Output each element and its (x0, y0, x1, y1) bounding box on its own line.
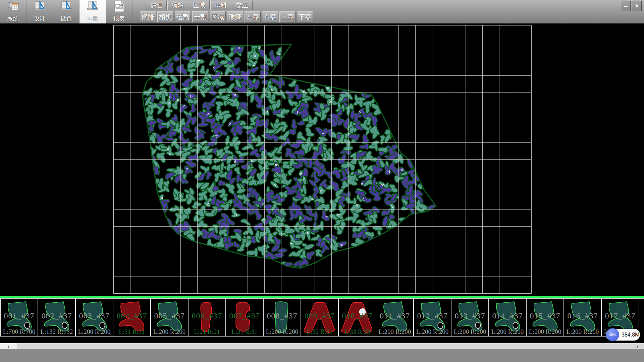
piece-count-label: L:200 R:200 (414, 328, 451, 336)
tab-settings-label: 设置 (60, 15, 72, 22)
tool-snap-left[interactable]: 左靠 (245, 11, 261, 22)
design-icon (33, 0, 46, 15)
piece-count-label: L:200 R:200 (527, 328, 564, 336)
piece-id-label: 002_#37 (38, 311, 75, 320)
piece-count-label: L:31 R:31 (226, 328, 263, 336)
piece-id-label: 013_#37 (451, 311, 488, 320)
window-controls: ─ ✕ (621, 1, 642, 11)
scroll-left-icon: ‹ (8, 344, 9, 349)
scroll-right-button[interactable]: › (631, 343, 644, 349)
piece-id-label: 016_#37 (564, 311, 601, 320)
thumbnail-cell[interactable]: 001_#37L:700 R:700 (0, 299, 38, 337)
piece-id-label: 006_#37 (189, 311, 225, 320)
thumbnail-cell[interactable]: 015_#37L:200 R:200 (527, 299, 564, 337)
piece-count-label: L:700 R:700 (1, 328, 38, 336)
thumbnail-cell[interactable]: 009_#37L:32 R:31 (301, 299, 339, 337)
menu-tab-bar: 属性 编辑 区域 排料 交互 (146, 1, 253, 10)
thumbnail-cell[interactable]: 004_#37L:31 R:31 (113, 299, 151, 337)
piece-id-label: 005_#37 (151, 311, 188, 320)
piece-count-label: L:200 R:200 (376, 328, 413, 336)
tab-report-label: 报表 (113, 15, 125, 22)
thumbnail-cell[interactable]: 006_#37L:21 R:21 (189, 299, 226, 337)
tab-system-label: 系统 (7, 15, 19, 22)
memory-usage-badge[interactable]: 38% 384.8M (606, 329, 640, 341)
layout-icon (86, 0, 99, 15)
piece-count-label: L:32 R:31 (301, 328, 338, 336)
piece-count-label: L:33 R:33 (339, 328, 376, 336)
main-tab-bar: 系统 设计 (0, 0, 132, 23)
tab-report[interactable]: 报表 (106, 0, 132, 23)
scroll-left-button[interactable]: ‹ (0, 343, 17, 349)
tool-select-cut[interactable]: 选割 (175, 11, 191, 22)
piece-panel: 001_#37L:700 R:700002_#37L:132 R:132003_… (0, 296, 644, 338)
piece-id-label: 007_#37 (226, 311, 263, 320)
menu-interact[interactable]: 交互 (232, 1, 253, 10)
toolbar: 系统 设计 (0, 0, 644, 24)
tab-layout-label: 排版 (87, 15, 98, 22)
piece-thumbnail-strip: 001_#37L:700 R:700002_#37L:132 R:132003_… (0, 298, 644, 338)
thumbnail-cell[interactable]: 014_#37L:200 R:200 (489, 299, 527, 337)
tab-settings[interactable]: 设置 (53, 0, 79, 23)
minimize-button[interactable]: ─ (621, 1, 631, 11)
tab-layout[interactable]: 排版 (79, 0, 106, 23)
thumbnail-cell[interactable]: 011_#37L:200 R:200 (376, 299, 414, 337)
thumbnail-cell[interactable]: 002_#37L:132 R:132 (38, 299, 76, 337)
piece-count-label: L:200 R:200 (151, 328, 188, 336)
piece-count-label: L:21 R:21 (189, 328, 225, 336)
scroll-right-icon: › (637, 344, 638, 349)
thumbnail-cell[interactable]: 007_#37L:31 R:31 (226, 299, 264, 337)
piece-count-label: L:200 R:200 (451, 328, 488, 336)
tool-defect[interactable]: 瑕疵 (227, 11, 243, 22)
report-icon (112, 0, 126, 15)
tab-design[interactable]: 设计 (26, 0, 53, 23)
system-icon (6, 0, 20, 15)
menu-properties[interactable]: 属性 (146, 1, 167, 10)
tool-snap-right[interactable]: 右靠 (262, 11, 278, 22)
settings-icon (59, 0, 73, 15)
piece-count-label: L:200 R:200 (76, 328, 113, 336)
thumbnail-cell[interactable]: 003_#37L:200 R:200 (76, 299, 113, 337)
tool-region[interactable]: 区域 (210, 11, 226, 22)
piece-id-label: 014_#37 (489, 311, 526, 320)
status-bar (0, 349, 644, 362)
piece-id-label: 010_#37 (339, 311, 376, 320)
piece-count-label: L:200 R:200 (489, 328, 526, 336)
piece-id-label: 009_#37 (301, 311, 338, 320)
piece-count-label: L:132 R:132 (38, 328, 75, 336)
thumbnail-cell[interactable]: 005_#37L:200 R:200 (151, 299, 189, 337)
piece-id-label: 001_#37 (1, 311, 38, 320)
minimize-icon: ─ (624, 3, 628, 9)
close-icon: ✕ (635, 3, 639, 9)
memory-percent-label: 38% (609, 333, 616, 337)
menu-region[interactable]: 区域 (189, 1, 210, 10)
tool-snap-top[interactable]: 上靠 (279, 11, 296, 22)
memory-percent-indicator: 38% (606, 328, 619, 341)
tab-system[interactable]: 系统 (0, 0, 26, 23)
application-window: 系统 设计 (0, 0, 644, 362)
piece-id-label: 011_#37 (376, 311, 413, 320)
thumbnail-cell[interactable]: 013_#37L:200 R:200 (451, 299, 489, 337)
piece-id-label: 017_#37 (602, 311, 639, 320)
menu-edit[interactable]: 编辑 (167, 1, 188, 10)
thumbnail-cell[interactable]: 012_#37L:200 R:200 (414, 299, 451, 337)
horizontal-scrollbar[interactable]: ‹ › (0, 343, 644, 349)
thumbnail-cell[interactable]: 010_#37L:33 R:33 (339, 299, 376, 337)
tab-design-label: 设计 (34, 15, 45, 22)
tool-cluster-nest[interactable]: 聚排 (140, 11, 156, 22)
memory-size-label: 384.8M (622, 329, 639, 341)
tool-snap-bottom[interactable]: 下靠 (297, 11, 313, 22)
close-button[interactable]: ✕ (632, 1, 642, 11)
menu-nesting[interactable]: 排料 (210, 1, 231, 10)
piece-id-label: 015_#37 (527, 311, 564, 320)
nesting-viewport[interactable] (0, 23, 644, 296)
piece-id-label: 004_#37 (113, 311, 150, 320)
tool-camera[interactable]: 相机 (157, 11, 173, 22)
tool-cut-all[interactable]: 全割 (192, 11, 208, 22)
tool-bar: 聚排 相机 选割 全割 区域 瑕疵 左靠 右靠 上靠 下靠 (140, 11, 313, 22)
thumbnail-cell[interactable]: 008_#37L:200 R:200 (264, 299, 301, 337)
piece-count-label: L:200 R:200 (264, 328, 301, 336)
piece-count-label: L:200 R:200 (564, 328, 601, 336)
thumbnail-cell[interactable]: 016_#37L:200 R:200 (564, 299, 602, 337)
piece-id-label: 008_#37 (264, 311, 301, 320)
piece-count-label: L:31 R:31 (113, 328, 150, 336)
